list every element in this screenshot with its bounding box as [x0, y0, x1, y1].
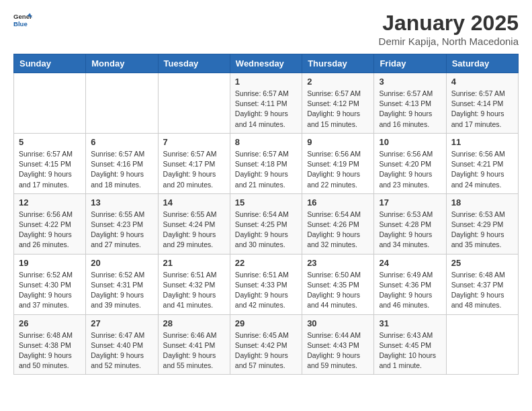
- calendar-cell: 8Sunrise: 6:57 AM Sunset: 4:18 PM Daylig…: [230, 133, 302, 193]
- day-detail: Sunrise: 6:57 AM Sunset: 4:14 PM Dayligh…: [451, 89, 513, 130]
- calendar-cell: 24Sunrise: 6:49 AM Sunset: 4:36 PM Dayli…: [374, 254, 446, 314]
- calendar-cell: 9Sunrise: 6:56 AM Sunset: 4:19 PM Daylig…: [302, 133, 374, 193]
- header-sunday: Sunday: [14, 54, 86, 73]
- calendar-cell: 16Sunrise: 6:54 AM Sunset: 4:26 PM Dayli…: [302, 193, 374, 254]
- day-detail: Sunrise: 6:47 AM Sunset: 4:40 PM Dayligh…: [91, 330, 152, 371]
- day-number: 21: [163, 258, 225, 268]
- day-number: 6: [91, 137, 152, 147]
- title-area: January 2025 Demir Kapija, North Macedon…: [379, 11, 519, 47]
- calendar-cell: 26Sunrise: 6:48 AM Sunset: 4:38 PM Dayli…: [14, 314, 86, 375]
- day-number: 13: [91, 197, 152, 208]
- logo-icon: General Blue: [13, 11, 32, 30]
- weekday-header-row: Sunday Monday Tuesday Wednesday Thursday…: [14, 54, 519, 73]
- day-number: 8: [235, 137, 297, 147]
- page: General Blue January 2025 Demir Kapija, …: [0, 0, 532, 385]
- day-detail: Sunrise: 6:49 AM Sunset: 4:36 PM Dayligh…: [379, 270, 441, 311]
- calendar-cell: 18Sunrise: 6:53 AM Sunset: 4:29 PM Dayli…: [446, 193, 518, 254]
- day-number: 12: [19, 197, 81, 208]
- day-detail: Sunrise: 6:51 AM Sunset: 4:32 PM Dayligh…: [163, 270, 225, 311]
- day-number: 14: [163, 197, 225, 208]
- day-detail: Sunrise: 6:54 AM Sunset: 4:25 PM Dayligh…: [235, 210, 297, 250]
- day-detail: Sunrise: 6:44 AM Sunset: 4:43 PM Dayligh…: [307, 330, 369, 371]
- calendar-cell: 1Sunrise: 6:57 AM Sunset: 4:11 PM Daylig…: [230, 73, 302, 134]
- day-number: 5: [19, 137, 81, 147]
- day-number: 10: [379, 137, 441, 147]
- calendar-cell: 13Sunrise: 6:55 AM Sunset: 4:23 PM Dayli…: [86, 193, 158, 254]
- calendar-cell: 29Sunrise: 6:45 AM Sunset: 4:42 PM Dayli…: [230, 314, 302, 375]
- day-detail: Sunrise: 6:45 AM Sunset: 4:42 PM Dayligh…: [235, 330, 297, 371]
- calendar-week-row: 26Sunrise: 6:48 AM Sunset: 4:38 PM Dayli…: [14, 314, 519, 375]
- calendar-cell: 19Sunrise: 6:52 AM Sunset: 4:30 PM Dayli…: [14, 254, 86, 314]
- calendar-cell: 6Sunrise: 6:57 AM Sunset: 4:16 PM Daylig…: [86, 133, 158, 193]
- day-number: 7: [163, 137, 225, 147]
- calendar-cell: 10Sunrise: 6:56 AM Sunset: 4:20 PM Dayli…: [374, 133, 446, 193]
- day-detail: Sunrise: 6:54 AM Sunset: 4:26 PM Dayligh…: [307, 210, 369, 250]
- calendar-cell: 7Sunrise: 6:57 AM Sunset: 4:17 PM Daylig…: [158, 133, 230, 193]
- day-detail: Sunrise: 6:48 AM Sunset: 4:37 PM Dayligh…: [451, 270, 513, 311]
- day-number: 16: [307, 197, 369, 208]
- day-number: 2: [307, 77, 369, 87]
- calendar-cell: [86, 73, 158, 134]
- day-detail: Sunrise: 6:51 AM Sunset: 4:33 PM Dayligh…: [235, 270, 297, 311]
- day-detail: Sunrise: 6:43 AM Sunset: 4:45 PM Dayligh…: [379, 330, 441, 371]
- day-number: 4: [451, 77, 513, 87]
- day-number: 22: [235, 258, 297, 268]
- day-detail: Sunrise: 6:56 AM Sunset: 4:21 PM Dayligh…: [451, 149, 513, 190]
- calendar-cell: 2Sunrise: 6:57 AM Sunset: 4:12 PM Daylig…: [302, 73, 374, 134]
- day-detail: Sunrise: 6:50 AM Sunset: 4:35 PM Dayligh…: [307, 270, 369, 311]
- calendar-cell: 4Sunrise: 6:57 AM Sunset: 4:14 PM Daylig…: [446, 73, 518, 134]
- day-detail: Sunrise: 6:57 AM Sunset: 4:17 PM Dayligh…: [163, 149, 225, 190]
- day-detail: Sunrise: 6:56 AM Sunset: 4:19 PM Dayligh…: [307, 149, 369, 190]
- header-thursday: Thursday: [302, 54, 374, 73]
- calendar-cell: 3Sunrise: 6:57 AM Sunset: 4:13 PM Daylig…: [374, 73, 446, 134]
- day-number: 17: [379, 197, 441, 208]
- day-detail: Sunrise: 6:56 AM Sunset: 4:20 PM Dayligh…: [379, 149, 441, 190]
- calendar-cell: 23Sunrise: 6:50 AM Sunset: 4:35 PM Dayli…: [302, 254, 374, 314]
- calendar-cell: [446, 314, 518, 375]
- header-friday: Friday: [374, 54, 446, 73]
- day-number: 20: [91, 258, 152, 268]
- header-saturday: Saturday: [446, 54, 518, 73]
- day-number: 29: [235, 318, 297, 328]
- calendar-cell: 14Sunrise: 6:55 AM Sunset: 4:24 PM Dayli…: [158, 193, 230, 254]
- header-wednesday: Wednesday: [230, 54, 302, 73]
- calendar-table: Sunday Monday Tuesday Wednesday Thursday…: [13, 54, 519, 375]
- logo: General Blue: [13, 11, 32, 30]
- header-tuesday: Tuesday: [158, 54, 230, 73]
- day-detail: Sunrise: 6:46 AM Sunset: 4:41 PM Dayligh…: [163, 330, 225, 371]
- calendar-cell: 28Sunrise: 6:46 AM Sunset: 4:41 PM Dayli…: [158, 314, 230, 375]
- day-detail: Sunrise: 6:57 AM Sunset: 4:13 PM Dayligh…: [379, 89, 441, 130]
- calendar-cell: 25Sunrise: 6:48 AM Sunset: 4:37 PM Dayli…: [446, 254, 518, 314]
- svg-text:Blue: Blue: [13, 20, 28, 28]
- day-number: 25: [451, 258, 513, 268]
- calendar-cell: [14, 73, 86, 134]
- day-detail: Sunrise: 6:57 AM Sunset: 4:18 PM Dayligh…: [235, 149, 297, 190]
- day-number: 26: [19, 318, 81, 328]
- day-detail: Sunrise: 6:53 AM Sunset: 4:29 PM Dayligh…: [451, 210, 513, 250]
- calendar-cell: 22Sunrise: 6:51 AM Sunset: 4:33 PM Dayli…: [230, 254, 302, 314]
- day-number: 28: [163, 318, 225, 328]
- day-number: 23: [307, 258, 369, 268]
- day-number: 1: [235, 77, 297, 87]
- calendar-cell: 17Sunrise: 6:53 AM Sunset: 4:28 PM Dayli…: [374, 193, 446, 254]
- calendar-week-row: 12Sunrise: 6:56 AM Sunset: 4:22 PM Dayli…: [14, 193, 519, 254]
- header: General Blue January 2025 Demir Kapija, …: [13, 11, 519, 47]
- calendar-cell: 12Sunrise: 6:56 AM Sunset: 4:22 PM Dayli…: [14, 193, 86, 254]
- day-detail: Sunrise: 6:48 AM Sunset: 4:38 PM Dayligh…: [19, 330, 81, 371]
- day-number: 27: [91, 318, 152, 328]
- calendar-cell: [158, 73, 230, 134]
- day-number: 3: [379, 77, 441, 87]
- day-number: 15: [235, 197, 297, 208]
- day-number: 18: [451, 197, 513, 208]
- calendar-cell: 11Sunrise: 6:56 AM Sunset: 4:21 PM Dayli…: [446, 133, 518, 193]
- day-detail: Sunrise: 6:57 AM Sunset: 4:16 PM Dayligh…: [91, 149, 152, 190]
- day-detail: Sunrise: 6:57 AM Sunset: 4:15 PM Dayligh…: [19, 149, 81, 190]
- day-detail: Sunrise: 6:57 AM Sunset: 4:12 PM Dayligh…: [307, 89, 369, 130]
- day-detail: Sunrise: 6:56 AM Sunset: 4:22 PM Dayligh…: [19, 210, 81, 250]
- day-detail: Sunrise: 6:55 AM Sunset: 4:24 PM Dayligh…: [163, 210, 225, 250]
- day-detail: Sunrise: 6:55 AM Sunset: 4:23 PM Dayligh…: [91, 210, 152, 250]
- day-number: 24: [379, 258, 441, 268]
- calendar-week-row: 1Sunrise: 6:57 AM Sunset: 4:11 PM Daylig…: [14, 73, 519, 134]
- calendar-cell: 5Sunrise: 6:57 AM Sunset: 4:15 PM Daylig…: [14, 133, 86, 193]
- calendar-week-row: 5Sunrise: 6:57 AM Sunset: 4:15 PM Daylig…: [14, 133, 519, 193]
